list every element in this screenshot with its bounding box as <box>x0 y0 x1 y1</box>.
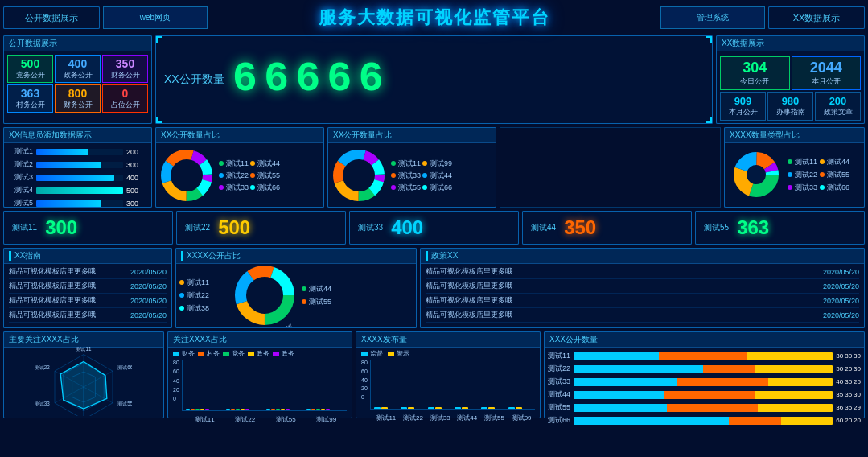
metric-value-2: 400 <box>391 216 423 239</box>
row5: 主要关注XXXX占比 <box>3 331 865 418</box>
nav-web[interactable]: web网页 <box>103 6 208 29</box>
nav-manage[interactable]: 管理系统 <box>660 6 765 29</box>
bar-chart-area: 80 60 40 20 0 <box>168 360 352 414</box>
stacked-bar-2 <box>574 378 833 386</box>
legend-5: 测试66 <box>250 183 280 193</box>
radar-panel: 主要关注XXXX占比 <box>3 331 164 418</box>
d2-legend-3: 测试44 <box>422 171 452 181</box>
left-panel-header: 公开数据展示 <box>3 6 100 29</box>
policy-val: 200 <box>819 95 857 107</box>
xx-open-label: XX公开数量 <box>164 72 224 87</box>
dist-group-3 <box>455 407 478 409</box>
bar-1-3 <box>241 409 245 410</box>
bar-1-4 <box>245 409 249 410</box>
bar-3-1 <box>311 409 315 410</box>
bar-0-4 <box>205 409 209 410</box>
bar-1-0 <box>226 409 230 410</box>
stat-label-4: 财务公开 <box>59 100 97 110</box>
pie-legend: 测试11 测试44 测试22 测试55 测试33 测试66 <box>788 157 849 193</box>
policy-list: 精品可视化模板店里更多哦 2020/05/20 精品可视化模板店里更多哦 202… <box>421 264 864 325</box>
dist-x-labels: 测试11 测试22 测试33 测试44 测试55 测试99 <box>356 414 540 422</box>
title-accent <box>9 251 11 261</box>
bar-2-0 <box>266 409 270 410</box>
d2-legend-0: 测试11 <box>391 159 421 169</box>
metric-label-4: 测试55 <box>704 222 729 233</box>
dist-group-5 <box>508 407 532 409</box>
attention-bar-panel: 关注XXXX占比 财务 村务 党务 政务 政务 80 60 40 20 0 <box>167 331 352 418</box>
public-data-panel: 公开数据展示 500 党务公开 400 政务公开 350 财务公开 363 村务… <box>3 35 152 124</box>
big-num-0: 6 <box>232 59 257 101</box>
metric-label-2: 测试33 <box>358 222 383 233</box>
legend-4: 测试33 <box>219 183 249 193</box>
bar-track-1 <box>36 162 123 168</box>
header-center: 服务大数据可视化监管平台 <box>261 6 607 30</box>
center-top: XX公开数量 6 6 6 6 6 <box>156 36 712 123</box>
stat-val-0: 500 <box>11 57 49 70</box>
bars-container <box>182 360 347 411</box>
stat-caiwu2: 800 财务公开 <box>55 84 101 113</box>
dist-legend: 监督 警示 <box>356 348 540 360</box>
month-open-val: 2044 <box>797 60 856 76</box>
row1: 公开数据展示 500 党务公开 400 政务公开 350 财务公开 363 村务… <box>3 35 865 124</box>
stat-val-1: 400 <box>59 57 97 70</box>
stacked-row-1: 测试22 502030 <box>548 364 861 374</box>
bar-track-0 <box>36 149 123 155</box>
attention-bar-title: 关注XXXX占比 <box>168 332 352 348</box>
bar-0-0 <box>186 409 190 410</box>
donut2-legend: 测试11 测试99 测试33 测试44 测试55 测试66 <box>391 159 452 193</box>
xx-data-panel: XX数据展示 304 今日公开 2044 本月公开 909 本月公开 <box>716 35 865 124</box>
bar-3-4 <box>326 409 330 410</box>
title-accent2 <box>181 251 183 261</box>
big-num-2: 6 <box>295 59 320 101</box>
stat-val-2: 350 <box>106 57 144 70</box>
row3: 测试11 300 测试22 500 测试33 400 测试44 350 测试55… <box>3 211 865 245</box>
svg-text:测试33: 测试33 <box>35 401 50 406</box>
today-open-label: 今日公开 <box>726 76 784 87</box>
dist-group-4 <box>481 407 504 409</box>
policy-item-2: 精品可视化模板店里更多哦 2020/05/20 <box>426 295 859 308</box>
bar-3-3 <box>321 409 325 410</box>
metric-4: 测试55 363 <box>695 211 865 245</box>
month-open-label: 本月公开 <box>797 76 856 87</box>
row2: XX信息员添加数据展示 测试1 200 测试2 300 测试3 400 <box>3 127 865 208</box>
metric-value-1: 500 <box>218 216 250 239</box>
x-labels: 测试11 测试22 测试55 测试99 <box>168 415 352 424</box>
info-add-title: XX信息员添加数据展示 <box>4 128 151 143</box>
metric-value-3: 350 <box>564 216 596 239</box>
stat-val-4: 800 <box>59 87 97 100</box>
bar-group-3 <box>306 409 343 410</box>
donut1-legend: 测试11 测试44 测试22 测试55 测试33 测试66 <box>219 159 280 193</box>
metric-value-0: 300 <box>45 216 77 239</box>
xxxx-donut-svg: 测试55 测试11 测试33 测试44 <box>232 263 297 327</box>
row4: XX指南 精品可视化模板店里更多哦 2020/05/20 精品可视化模板店里更多… <box>3 248 865 328</box>
bar-item-2: 测试3 400 <box>9 172 146 183</box>
guide-small: 980 办事指南 <box>767 92 813 121</box>
stacked-title: XXX公开数量 <box>545 332 864 348</box>
guide-val: 980 <box>771 95 809 107</box>
stat-label-5: 占位公开 <box>106 100 144 110</box>
dist-panel: XXXX发布量 监督 警示 80 60 40 20 0 <box>356 331 541 418</box>
bar-3-0 <box>306 409 311 410</box>
big-num-4: 6 <box>359 59 384 101</box>
policy-panel: 政策XX 精品可视化模板店里更多哦 2020/05/20 精品可视化模板店里更多… <box>420 248 865 328</box>
stat-dangwu: 500 党务公开 <box>7 55 53 83</box>
bar-0-2 <box>195 409 200 410</box>
metric-2: 测试33 400 <box>349 211 519 245</box>
right-panel-header: XX数据展示 <box>768 6 865 29</box>
legend-1: 测试44 <box>250 159 280 169</box>
stat-caiwu: 350 财务公开 <box>102 55 148 83</box>
metric-label-3: 测试44 <box>531 222 556 233</box>
policy-title: 政策XX <box>421 249 864 264</box>
donut1-panel: XX公开数量占比 测试11 测试44 测试22 测试55 测试33 <box>155 127 324 208</box>
stat-zhanwei: 0 占位公开 <box>102 84 148 113</box>
public-data-panel-title: 公开数据展示 <box>4 36 151 51</box>
donut2-title: XX公开数量占比 <box>328 128 496 143</box>
bar-item-4: 测试5 300 <box>9 198 146 208</box>
stacked-row-5: 测试66 602020 <box>548 415 861 426</box>
center-spacer-panel <box>500 127 721 208</box>
bar-list: 测试1 200 测试2 300 测试3 400 测试4 500 <box>4 143 151 212</box>
xx-guide-panel: XX指南 精品可视化模板店里更多哦 2020/05/20 精品可视化模板店里更多… <box>3 248 172 328</box>
big-num-1: 6 <box>264 59 289 101</box>
donut2-container: 测试11 测试99 测试33 测试44 测试55 测试66 <box>328 143 496 208</box>
bar-group-0 <box>186 409 223 410</box>
